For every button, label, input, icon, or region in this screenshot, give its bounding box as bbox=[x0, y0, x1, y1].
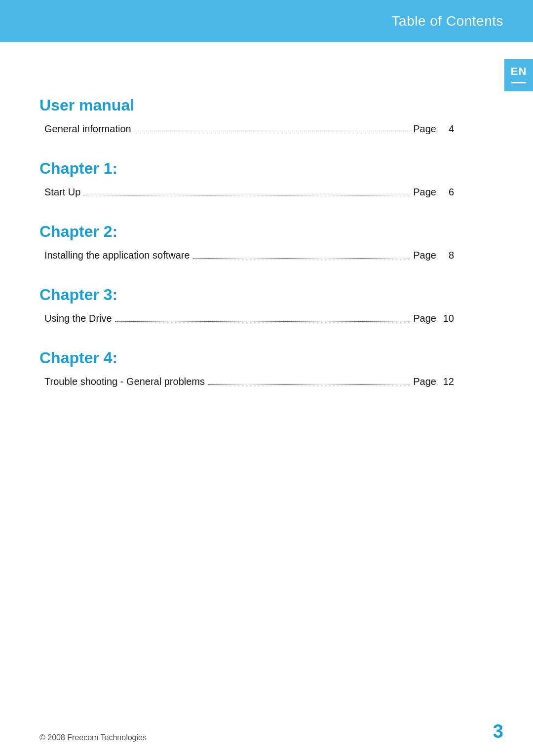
toc-page-num-troubleshoot: 12 bbox=[439, 376, 454, 387]
section-heading-chapter3: Chapter 3: bbox=[39, 286, 454, 304]
header-title: Table of Contents bbox=[392, 13, 503, 29]
toc-page-num-general-info: 4 bbox=[439, 123, 454, 135]
toc-page-label: Page bbox=[413, 376, 436, 387]
toc-entry-general-info: General information Page 4 bbox=[39, 123, 454, 135]
toc-entry-troubleshoot: Trouble shooting - General problems Page… bbox=[39, 376, 454, 387]
toc-dots bbox=[134, 132, 411, 132]
toc-page-label: Page bbox=[413, 250, 436, 261]
header-bar: Table of Contents bbox=[0, 0, 533, 42]
toc-entry-startup: Start Up Page 6 bbox=[39, 187, 454, 198]
toc-dots bbox=[115, 321, 411, 322]
footer-copyright: © 2008 Freecom Technologies bbox=[39, 733, 147, 742]
toc-text-drive: Using the Drive bbox=[44, 313, 112, 324]
language-tab-label: EN bbox=[511, 65, 527, 78]
toc-page-label: Page bbox=[413, 187, 436, 198]
language-tab-line bbox=[511, 82, 526, 83]
toc-text-startup: Start Up bbox=[44, 187, 80, 198]
toc-dots bbox=[193, 258, 411, 259]
toc-page-num-startup: 6 bbox=[439, 187, 454, 198]
footer-page-number: 3 bbox=[493, 721, 503, 742]
toc-text-troubleshoot: Trouble shooting - General problems bbox=[44, 376, 205, 387]
toc-entry-drive: Using the Drive Page 10 bbox=[39, 313, 454, 324]
section-heading-user-manual: User manual bbox=[39, 96, 454, 114]
section-heading-chapter4: Chapter 4: bbox=[39, 349, 454, 367]
toc-page-label: Page bbox=[413, 123, 436, 135]
toc-dots bbox=[83, 195, 410, 195]
main-content: User manual General information Page 4 C… bbox=[0, 42, 484, 410]
footer: © 2008 Freecom Technologies 3 bbox=[0, 721, 533, 742]
toc-dots bbox=[208, 384, 410, 385]
toc-page-num-drive: 10 bbox=[439, 313, 454, 324]
section-heading-chapter2: Chapter 2: bbox=[39, 223, 454, 241]
toc-page-label: Page bbox=[413, 313, 436, 324]
toc-entry-install: Installing the application software Page… bbox=[39, 250, 454, 261]
toc-text-general-info: General information bbox=[44, 123, 131, 135]
section-heading-chapter1: Chapter 1: bbox=[39, 159, 454, 178]
language-tab[interactable]: EN bbox=[504, 59, 533, 91]
toc-page-num-install: 8 bbox=[439, 250, 454, 261]
toc-text-install: Installing the application software bbox=[44, 250, 190, 261]
